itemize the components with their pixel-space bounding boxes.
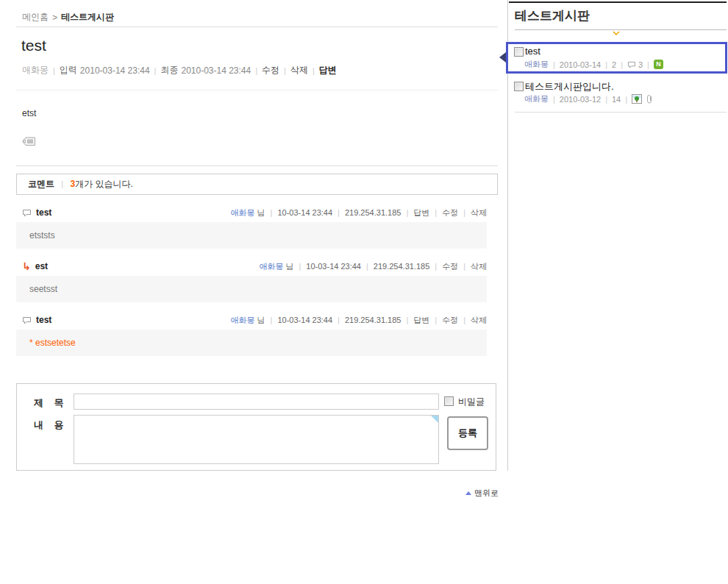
comment-body: seetsst [16, 276, 487, 302]
selected-post-pointer-icon [499, 52, 506, 63]
speech-bubble-icon [22, 209, 32, 217]
comment-author-link[interactable]: 애화몽 [231, 315, 255, 326]
up-triangle-icon [465, 491, 471, 495]
comment-meta: 애화몽 님 | 10-03-14 23:44 | 219.254.31.185 … [231, 315, 487, 326]
comment-author-link[interactable]: 애화몽 [259, 261, 283, 272]
comment-title: test [36, 315, 51, 325]
submit-comment-button[interactable]: 등록 [447, 416, 488, 450]
comment-ip: 219.254.31.185 [345, 316, 401, 324]
sidebar-post-title[interactable]: 테스트게시판입니다. [525, 80, 614, 93]
comment-ip: 219.254.31.185 [374, 262, 429, 271]
back-to-top-link[interactable]: 맨위로 [465, 488, 499, 499]
modified-label: 최종 [160, 64, 178, 76]
post-author: 애화몽 [22, 64, 49, 76]
comment-edit-link[interactable]: 수정 [442, 315, 458, 326]
secret-label: 비밀글 [458, 396, 485, 408]
post-title: test [21, 37, 46, 54]
created-date: 2010-03-14 23:44 [80, 65, 150, 76]
paperclip-icon [646, 94, 653, 104]
separator: | [435, 262, 437, 271]
comment-delete-link[interactable]: 삭제 [471, 207, 487, 218]
post-checkbox[interactable] [514, 82, 524, 91]
comment-edit-link[interactable]: 수정 [442, 261, 458, 272]
comment-date: 10-03-14 23:44 [306, 262, 361, 271]
sidebar-post-date: 2010-03-12 [560, 95, 601, 104]
content-field-label: 내 용 [34, 419, 64, 432]
separator: | [338, 208, 340, 217]
comment-count-suffix: 개가 있습니다. [75, 179, 133, 189]
sidebar-post-author[interactable]: 애화몽 [524, 93, 549, 104]
separator: | [271, 208, 273, 217]
edit-post-link[interactable]: 수정 [262, 64, 279, 76]
separator: | [154, 66, 157, 75]
secret-checkbox[interactable] [444, 396, 454, 406]
delete-post-link[interactable]: 삭제 [290, 64, 308, 76]
name-suffix: 님 [285, 261, 293, 272]
sidebar-board-title: 테스트게시판 [515, 7, 590, 24]
comment-form: 제 목 비밀글 내 용 등록 [16, 383, 496, 471]
comment-reply-link[interactable]: 답변 [413, 207, 429, 218]
separator: | [299, 262, 301, 271]
separator: | [463, 208, 465, 217]
separator: | [463, 262, 465, 271]
created-label: 입력 [60, 64, 77, 76]
comment-delete-link[interactable]: 삭제 [471, 261, 487, 272]
comment-body: etststs [16, 222, 487, 249]
separator: | [625, 95, 627, 104]
comment-title-wrap: test [22, 315, 51, 325]
sidebar-post-author[interactable]: 애화몽 [524, 59, 549, 70]
separator: | [435, 316, 437, 324]
name-suffix: 님 [257, 207, 265, 218]
comment-title-input[interactable] [74, 394, 439, 410]
sidebar-post-views: 14 [612, 95, 621, 104]
reply-post-link[interactable]: 답변 [319, 64, 337, 76]
sidebar-post-meta: 애화몽 | 2010-03-12 | 14 | [524, 93, 653, 104]
post-checkbox[interactable] [514, 47, 524, 57]
comment-count-box: 코멘트 | 3개가 있습니다. [16, 174, 498, 195]
textarea-corner-decoration [431, 416, 438, 423]
separator: | [406, 208, 408, 217]
separator: | [553, 95, 555, 104]
comment-title: est [35, 261, 48, 271]
speech-bubble-icon [22, 316, 32, 324]
sidebar-comment-count: 3 [638, 60, 643, 69]
title-field-label: 제 목 [34, 396, 64, 410]
separator: | [406, 316, 408, 324]
comment-title: test [36, 207, 51, 218]
comment-title-wrap: ↳ est [22, 261, 48, 271]
comment-delete-link[interactable]: 삭제 [471, 315, 487, 326]
sidebar-top-bar [509, 1, 727, 3]
comment-title-wrap: test [22, 207, 51, 218]
separator: | [61, 179, 63, 188]
breadcrumb: 메인홈 > 테스트게시판 [22, 11, 114, 24]
sidebar-post-date: 2010-03-14 [560, 60, 601, 69]
breadcrumb-home-link[interactable]: 메인홈 [22, 11, 49, 24]
speech-bubble-icon [627, 61, 636, 68]
name-suffix: 님 [257, 315, 265, 326]
separator: | [366, 262, 368, 271]
breadcrumb-separator: > [52, 13, 57, 23]
image-attachment-icon [632, 94, 642, 104]
separator: | [553, 60, 555, 69]
separator: | [271, 316, 273, 324]
comment-author-link[interactable]: 애화몽 [231, 207, 255, 218]
chevron-down-icon[interactable] [612, 31, 621, 36]
reply-arrow-icon: ↳ [22, 263, 31, 270]
sidebar-post-meta: 애화몽 | 2010-03-14 | 2 | 3 | N [524, 59, 663, 70]
comment-count-label: 코멘트 [28, 179, 54, 189]
separator: | [53, 66, 55, 75]
modified-date: 2010-03-14 23:44 [181, 65, 251, 76]
comment-header: test 애화몽 님 | 10-03-14 23:44 | 219.254.31… [22, 314, 487, 326]
separator: | [255, 66, 257, 75]
separator: | [647, 60, 649, 69]
comment-edit-link[interactable]: 수정 [442, 207, 458, 218]
comment-ip: 219.254.31.185 [345, 208, 401, 217]
comment-reply-link[interactable]: 답변 [413, 315, 429, 326]
post-body: etst [22, 108, 36, 118]
sidebar-post-title[interactable]: test [525, 46, 540, 57]
separator: | [621, 60, 623, 69]
comment-header: test 애화몽 님 | 10-03-14 23:44 | 219.254.31… [22, 207, 487, 218]
separator: | [313, 66, 315, 75]
comment-content-textarea[interactable] [74, 415, 439, 464]
separator: | [338, 316, 340, 324]
